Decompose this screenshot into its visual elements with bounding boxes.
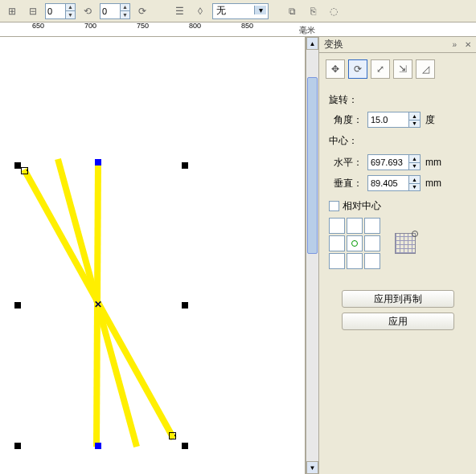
tab-scale[interactable]: ⤢ — [371, 59, 390, 79]
unit-mm: mm — [425, 157, 441, 168]
unit-mm: mm — [425, 178, 441, 189]
fill-icon: ◊ — [191, 2, 209, 20]
anchor-b[interactable] — [347, 253, 363, 269]
grid-icon[interactable] — [395, 233, 416, 254]
anchor-tl[interactable] — [329, 218, 345, 234]
y-spinner-input[interactable] — [101, 6, 120, 16]
canvas[interactable]: ✕ — [0, 37, 305, 474]
rotate-section-label: 旋转： — [329, 93, 466, 107]
fill-label: 无 — [216, 4, 226, 18]
angle-label: 角度： — [329, 113, 363, 127]
anchor-grid[interactable] — [329, 218, 380, 269]
anchor-r[interactable] — [364, 235, 380, 251]
lock2-icon[interactable]: ⟳ — [133, 2, 151, 20]
tab-skew[interactable]: ◿ — [416, 59, 435, 79]
tab-position[interactable]: ✥ — [326, 59, 345, 79]
anchor-c[interactable] — [347, 235, 363, 251]
ruler-tick-label: 850 — [241, 22, 253, 30]
vert-spinner[interactable]: ▲▼ — [367, 175, 421, 191]
anchor-t[interactable] — [347, 218, 363, 234]
tab-rotate[interactable]: ⟳ — [348, 59, 367, 79]
panel-title: 变换 — [324, 38, 343, 51]
lock-icon[interactable]: ⟲ — [79, 2, 96, 20]
center-section-label: 中心： — [329, 134, 466, 148]
paragraph-icon[interactable]: ☰ — [170, 2, 188, 20]
anchor-bl[interactable] — [329, 253, 345, 269]
collapse-icon[interactable]: » — [452, 40, 457, 49]
vertical-scrollbar[interactable]: ▲ ▼ — [306, 37, 318, 474]
selection-handle[interactable] — [95, 159, 101, 165]
angle-unit: 度 — [425, 113, 435, 127]
ruler-tick-label: 800 — [189, 22, 201, 30]
ruler-tick-label: 650 — [32, 22, 44, 30]
transform-panel: 变换 » ✕ ✥ ⟳ ⤢ ⇲ ◿ 旋转： 角度： ▲▼ 度 中心： 水平： ▲▼… — [318, 37, 476, 474]
selection-handle[interactable] — [182, 302, 188, 309]
canvas-area[interactable]: ✕ — [0, 37, 306, 474]
relative-center-label: 相对中心 — [343, 200, 381, 211]
ruler-unit: 毫米 — [299, 25, 315, 36]
align-icon[interactable]: ⊞ — [3, 2, 21, 20]
horizontal-ruler: 650 700 750 800 850 毫米 — [0, 22, 476, 37]
vert-input[interactable] — [368, 178, 408, 188]
selection-handle[interactable] — [182, 162, 188, 169]
selection-handle[interactable] — [14, 162, 21, 169]
scroll-up-icon[interactable]: ▲ — [306, 37, 318, 50]
paste-icon[interactable]: ⎘ — [304, 2, 322, 20]
distribute-icon[interactable]: ⊟ — [24, 2, 42, 20]
selection-handle[interactable] — [182, 443, 188, 449]
angle-input[interactable] — [368, 115, 408, 125]
selection-handle[interactable] — [95, 443, 101, 449]
angle-spinner[interactable]: ▲▼ — [367, 112, 421, 128]
apply-duplicate-button[interactable]: 应用到再制 — [342, 290, 454, 308]
panel-header: 变换 » ✕ — [319, 37, 476, 53]
copy-icon[interactable]: ⧉ — [283, 2, 301, 20]
y-spinner[interactable]: ▲▼ — [100, 3, 130, 19]
x-spinner-input[interactable] — [46, 6, 65, 16]
rotation-handle-icon[interactable] — [21, 167, 28, 174]
anchor-l[interactable] — [329, 235, 345, 251]
drawing — [0, 37, 306, 474]
vert-label: 垂直： — [329, 177, 363, 190]
ruler-tick-label: 700 — [84, 22, 96, 30]
rotation-handle-icon[interactable] — [169, 432, 176, 439]
anchor-br[interactable] — [364, 253, 380, 269]
x-spinner[interactable]: ▲▼ — [45, 3, 76, 19]
horiz-input[interactable] — [368, 157, 408, 167]
target-icon[interactable]: ◌ — [325, 2, 343, 20]
ruler-tick-label: 750 — [137, 22, 149, 30]
apply-button[interactable]: 应用 — [342, 313, 454, 330]
top-toolbar: ⊞ ⊟ ▲▼ ⟲ ▲▼ ⟳ ☰ ◊ 无 ⧉ ⎘ ◌ — [0, 0, 476, 22]
relative-center-checkbox[interactable] — [329, 201, 339, 211]
tab-size[interactable]: ⇲ — [393, 59, 412, 79]
center-marker-icon[interactable]: ✕ — [94, 299, 102, 310]
transform-tabs: ✥ ⟳ ⤢ ⇲ ◿ — [319, 53, 476, 85]
horiz-spinner[interactable]: ▲▼ — [367, 154, 421, 170]
scroll-thumb[interactable] — [307, 77, 318, 254]
close-icon[interactable]: ✕ — [465, 40, 471, 49]
anchor-tr[interactable] — [364, 218, 380, 234]
selection-handle[interactable] — [14, 443, 21, 449]
selection-handle[interactable] — [14, 302, 21, 309]
fill-dropdown[interactable]: 无 — [212, 3, 269, 19]
scroll-down-icon[interactable]: ▼ — [306, 461, 318, 474]
horiz-label: 水平： — [329, 156, 363, 170]
